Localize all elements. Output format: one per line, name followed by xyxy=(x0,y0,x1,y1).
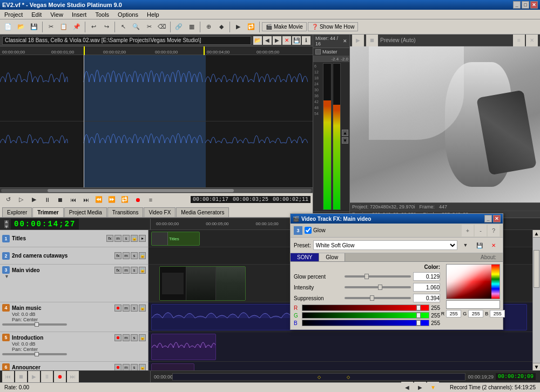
mixer-scroll-down[interactable]: ▼ xyxy=(342,137,348,144)
file-close-btn[interactable]: ✕ xyxy=(282,36,291,45)
track-lock-2[interactable]: 🔒 xyxy=(139,252,146,259)
track-lock-4[interactable]: 🔒 xyxy=(139,305,146,312)
menu-view[interactable]: View xyxy=(48,11,65,18)
tl-ff[interactable]: ⏭ xyxy=(67,371,79,383)
preset-select[interactable]: White Soft Glow xyxy=(313,240,457,250)
tl-record[interactable]: ⏺ xyxy=(54,371,66,383)
scroll-track[interactable] xyxy=(533,238,540,363)
tab-project-media[interactable]: Project Media xyxy=(64,207,107,217)
make-movie-button[interactable]: 🎬 Make Movie xyxy=(262,22,307,31)
intensity-slider[interactable] xyxy=(345,286,411,288)
track-record-5[interactable]: ⏺ xyxy=(114,334,122,341)
b-slider-track[interactable] xyxy=(302,320,429,326)
vol-thumb-5[interactable] xyxy=(35,352,39,356)
transport-refresh[interactable]: ↺ xyxy=(2,194,14,206)
open-btn[interactable]: 📂 xyxy=(15,21,27,33)
file-open-btn[interactable]: 📂 xyxy=(253,36,262,45)
track-mute-3[interactable]: m xyxy=(123,267,130,274)
track-controls-3[interactable]: fx m s 🔒 xyxy=(114,267,146,274)
track-controls-2[interactable]: fx m s 🔒 xyxy=(114,252,146,259)
undo-btn[interactable]: ↩ xyxy=(87,21,99,33)
preview-tb-close[interactable]: ✕ xyxy=(526,35,538,46)
v-scrollbar[interactable]: ▲ ▼ xyxy=(532,230,540,370)
track-lock-5[interactable]: 🔒 xyxy=(139,334,146,341)
menu-edit[interactable]: Edit xyxy=(29,11,44,18)
glow-marker-2[interactable]: ◇ xyxy=(347,374,350,379)
intensity-thumb[interactable] xyxy=(378,285,382,290)
track-lock-3[interactable]: 🔒 xyxy=(139,267,146,274)
cursor-btn[interactable]: ⊕ xyxy=(202,21,214,33)
arrow-left[interactable]: ◀ xyxy=(401,382,413,393)
transport-rewind[interactable]: ⏪ xyxy=(93,194,105,206)
marker-btn[interactable]: ◆ xyxy=(215,21,227,33)
new-btn[interactable]: 📄 xyxy=(2,21,14,33)
transport-stop[interactable]: ⏹ xyxy=(54,194,66,206)
fx-chain-del[interactable]: - xyxy=(475,225,487,236)
track-fx-2[interactable]: fx xyxy=(114,252,122,259)
cut-btn[interactable]: ✂ xyxy=(45,21,57,33)
file-next-btn[interactable]: ▶ xyxy=(273,36,281,45)
menu-insert[interactable]: Insert xyxy=(70,11,89,18)
vol-slider-5[interactable] xyxy=(2,353,67,355)
clip-titles[interactable]: Titles xyxy=(151,232,200,246)
clip-audio-announcer[interactable] xyxy=(151,363,194,370)
b-thumb[interactable] xyxy=(416,320,421,326)
track-lock-6[interactable]: 🔒 xyxy=(139,364,146,371)
tl-stop[interactable]: ⏹ xyxy=(15,371,27,383)
menu-help[interactable]: Help xyxy=(145,11,161,18)
track-mute-1[interactable]: m xyxy=(114,235,122,242)
menu-project[interactable]: Project xyxy=(2,11,25,18)
transport-record[interactable]: ⏺ xyxy=(132,194,144,206)
sony-tab[interactable]: SONY xyxy=(291,253,319,261)
glow-percent-thumb[interactable] xyxy=(364,274,369,279)
mixer-scroll-up[interactable]: ▲ xyxy=(342,130,348,136)
track-mute-6[interactable]: m xyxy=(123,364,130,371)
rgb-g-input[interactable] xyxy=(468,310,483,317)
transport-prev-frame[interactable]: ⏮ xyxy=(67,194,79,206)
suppression-value[interactable] xyxy=(413,294,440,302)
glow-timeline-bar[interactable]: ◇ ◇ xyxy=(172,373,465,381)
window-controls[interactable]: _ □ ✕ xyxy=(513,1,538,9)
g-slider-track[interactable] xyxy=(302,312,429,319)
scroll-thumb[interactable] xyxy=(534,250,539,288)
redo-btn[interactable]: ↪ xyxy=(100,21,112,33)
track-controls-4[interactable]: ⏺ m s 🔒 xyxy=(114,305,146,312)
glow-tab[interactable]: Glow xyxy=(319,253,345,261)
track-lock-1[interactable]: 🔒 xyxy=(131,235,138,242)
about-tab[interactable]: About: xyxy=(474,253,503,261)
preview-tb-btn2[interactable]: ⏹ xyxy=(366,35,378,46)
tab-trimmer[interactable]: Trimmer xyxy=(32,207,63,217)
maximize-button[interactable]: □ xyxy=(522,1,529,9)
glow-checkbox[interactable] xyxy=(305,227,312,234)
zoom-btn[interactable]: 🔍 xyxy=(130,21,142,33)
arrow-down[interactable]: ▼ xyxy=(427,382,439,393)
minimize-button[interactable]: _ xyxy=(513,1,521,9)
tl-play[interactable]: ▶ xyxy=(28,371,40,383)
tl-rewind[interactable]: ⏮ xyxy=(2,371,14,383)
split-btn[interactable]: ✂ xyxy=(143,21,155,33)
track-fx-3[interactable]: fx xyxy=(114,267,122,274)
dialog-close[interactable]: ✕ xyxy=(493,215,501,222)
file-save-btn[interactable]: 💾 xyxy=(292,36,301,45)
loop-btn[interactable]: 🔁 xyxy=(245,21,257,33)
glow-percent-value[interactable] xyxy=(413,272,440,281)
track-mute-4[interactable]: m xyxy=(123,305,130,312)
track-record-4[interactable]: ⏺ xyxy=(114,305,122,312)
tl-pause[interactable]: ⏸ xyxy=(41,371,53,383)
rgb-b-input[interactable] xyxy=(490,310,505,317)
track-mute-2[interactable]: m xyxy=(123,252,130,259)
show-me-button[interactable]: ❓ Show Me How xyxy=(308,22,358,31)
r-slider-track[interactable] xyxy=(302,305,429,311)
color-picker-main[interactable] xyxy=(446,264,500,299)
tab-transitions[interactable]: Transitions xyxy=(107,207,144,217)
track-solo-2[interactable]: s xyxy=(131,252,138,259)
track-controls-5[interactable]: ⏺ m s 🔒 xyxy=(114,334,146,341)
track-collapse-all[interactable]: ▲ ▼ xyxy=(4,220,9,228)
grid-btn[interactable]: ▦ xyxy=(186,21,198,33)
scroll-down-btn[interactable]: ▼ xyxy=(533,363,540,370)
suppression-thumb[interactable] xyxy=(370,295,374,301)
snap-btn[interactable]: 🔗 xyxy=(173,21,185,33)
mixer-master-checkbox[interactable] xyxy=(315,49,321,55)
glow-marker-1[interactable]: ◇ xyxy=(318,374,321,379)
track-record-6[interactable]: ⏺ xyxy=(114,364,122,371)
